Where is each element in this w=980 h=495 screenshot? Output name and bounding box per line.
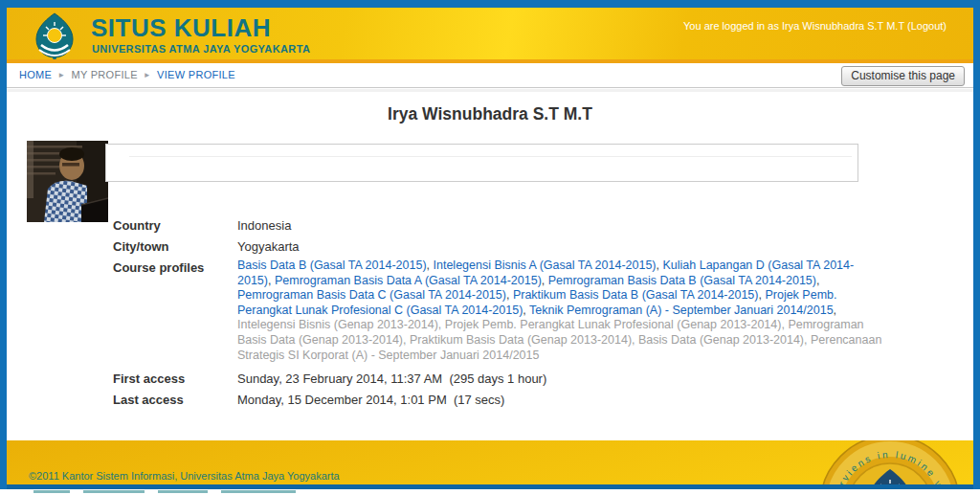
- course-profiles-label: Course profiles: [113, 259, 237, 277]
- breadcrumb-item[interactable]: HOME: [19, 69, 52, 80]
- country-label: Country: [113, 216, 237, 235]
- course-list-past: Intelegensi Bisnis (Genap 2013-2014), Pr…: [237, 318, 881, 361]
- breadcrumb-separator-icon: ►: [57, 71, 65, 79]
- site-header: SITUS KULIAH UNIVERSITAS ATMA JAYA YOGYA…: [7, 8, 973, 59]
- last-access-value: Monday, 15 December 2014, 1:01 PM (17 se…: [237, 391, 883, 409]
- course-link[interactable]: Pemrograman Basis Data B (Gasal TA 2014-…: [548, 274, 816, 287]
- course-link-dimmed[interactable]: Projek Pemb. Perangkat Lunak Profesional…: [445, 318, 782, 331]
- country-value: Indonesia: [237, 216, 883, 235]
- logged-in-text: You are logged in as Irya Wisnubhadra S.…: [683, 20, 904, 32]
- cutoff-text-row: [7, 489, 973, 495]
- breadcrumb-item: MY PROFILE: [71, 69, 137, 80]
- breadcrumb-separator-icon: ►: [144, 71, 151, 79]
- table-row: City/townYogyakarta: [113, 237, 893, 256]
- logout-link[interactable]: (Logout): [907, 20, 947, 32]
- page-title: Irya Wisnubhadra S.T M.T: [7, 92, 973, 124]
- footer-copyright: ©2011 Kantor Sistem Informasi, Universit…: [29, 470, 340, 482]
- course-link[interactable]: Basis Data B (Gasal TA 2014-2015): [237, 259, 427, 272]
- course-link[interactable]: Praktikum Basis Data B (Gasal TA 2014-20…: [513, 288, 759, 302]
- course-link-dimmed[interactable]: Basis Data (Genap 2013-2014): [638, 333, 804, 347]
- course-link[interactable]: Pemrograman Basis Data C (Gasal TA 2014-…: [237, 288, 506, 302]
- page: SITUS KULIAH UNIVERSITAS ATMA JAYA YOGYA…: [0, 0, 980, 495]
- course-link[interactable]: Teknik Pemrograman (A) - September Janua…: [529, 304, 834, 317]
- cutoff-text-fragment: [33, 490, 70, 493]
- top-border-bar: [0, 0, 980, 8]
- table-row: Last accessMonday, 15 December 2014, 1:0…: [113, 391, 893, 409]
- course-list-current: Basis Data B (Gasal TA 2014-2015), Intel…: [237, 259, 854, 317]
- site-title: SITUS KULIAH: [91, 13, 271, 43]
- customise-page-button[interactable]: Customise this page: [841, 66, 965, 86]
- main-content: Irya Wisnubhadra S.T M.T: [7, 92, 973, 440]
- first-access-value: Sunday, 23 February 2014, 11:37 AM (295 …: [237, 370, 883, 388]
- course-link[interactable]: Intelegensi Bisnis A (Gasal TA 2014-2015…: [434, 259, 657, 272]
- profile-tab-box: [105, 144, 858, 182]
- breadcrumb-item[interactable]: VIEW PROFILE: [157, 69, 235, 80]
- profile-photo: [27, 141, 108, 222]
- table-row: Course profilesBasis Data B (Gasal TA 20…: [113, 259, 893, 363]
- breadcrumb-bar: HOME►MY PROFILE►VIEW PROFILE Customise t…: [7, 63, 973, 88]
- table-row: First accessSunday, 23 February 2014, 11…: [113, 370, 893, 388]
- cutoff-text-fragment: [158, 490, 208, 493]
- logged-in-status: You are logged in as Irya Wisnubhadra S.…: [683, 20, 947, 32]
- course-link[interactable]: Pemrograman Basis Data A (Gasal TA 2014-…: [275, 274, 542, 287]
- university-emblem-icon: serviens in lumine veritatis: [818, 440, 962, 489]
- table-row: CountryIndonesia: [113, 216, 893, 235]
- right-border: [973, 8, 980, 489]
- breadcrumb: HOME►MY PROFILE►VIEW PROFILE: [19, 69, 235, 80]
- cutoff-text-fragment: [221, 490, 296, 493]
- course-link-dimmed[interactable]: Intelegensi Bisnis (Genap 2013-2014): [237, 318, 438, 331]
- course-link-dimmed[interactable]: Praktikum Basis Data (Genap 2013-2014): [410, 333, 632, 347]
- cutoff-text-fragment: [83, 490, 145, 493]
- footer: ©2011 Kantor Sistem Informasi, Universit…: [7, 440, 973, 489]
- city-label: City/town: [113, 237, 237, 256]
- first-access-label: First access: [113, 370, 237, 388]
- tab-box-inner-line: [129, 145, 852, 157]
- profile-table: CountryIndonesia City/townYogyakarta Cou…: [113, 216, 893, 412]
- left-border: [0, 8, 7, 489]
- city-value: Yogyakarta: [237, 237, 883, 256]
- site-subtitle: UNIVERSITAS ATMA JAYA YOGYAKARTA: [92, 43, 310, 55]
- last-access-label: Last access: [113, 391, 237, 409]
- course-profiles-value: Basis Data B (Gasal TA 2014-2015), Intel…: [237, 259, 883, 363]
